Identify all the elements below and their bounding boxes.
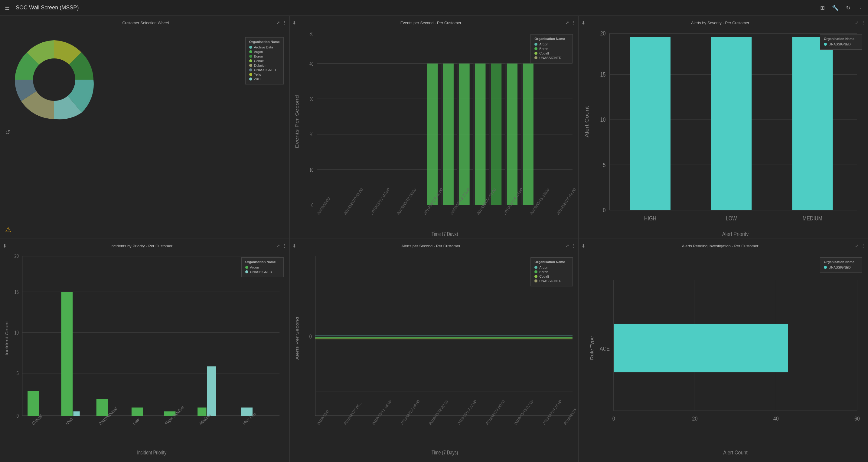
svg-rect-75 — [73, 411, 80, 416]
customer-wheel-legend-title: Organisation Name — [249, 40, 280, 44]
more-pending-icon[interactable]: ⋮ — [861, 243, 865, 248]
events-chart-area: 0 10 20 30 40 50 Events Per Second — [292, 28, 576, 236]
incidents-bar-chart: 0 5 10 15 20 Incident Count — [3, 251, 287, 459]
events-per-second-panel: ⬇ Events per Second - Per Customer ⤢ ⋮ 0… — [289, 16, 579, 239]
app-title: SOC Wall Screen (MSSP) — [16, 4, 820, 11]
more-icon[interactable]: ⋮ — [858, 4, 863, 11]
svg-text:2019/05/11 07:00: 2019/05/11 07:00 — [370, 186, 390, 216]
svg-rect-80 — [207, 366, 216, 416]
refresh-left-icon[interactable]: ↺ — [5, 129, 10, 136]
alerts-pending-panel: ⬇ Alerts Pending Investigation - Per Cus… — [579, 239, 868, 462]
alerts-per-second-legend: Organisation Name Argon Boron Cobalt UNA… — [530, 257, 573, 286]
incidents-legend: Organisation Name Argon UNASSIGNED — [241, 257, 284, 277]
more-incidents-icon[interactable]: ⋮ — [282, 243, 287, 248]
events-header: ⬇ Events per Second - Per Customer ⤢ ⋮ — [292, 19, 576, 27]
svg-text:5: 5 — [603, 162, 606, 168]
svg-rect-16 — [427, 64, 438, 205]
alerts-pending-chart-area: 0 20 40 60 Rule Type ACE Alert Count Org… — [581, 251, 865, 459]
incidents-title: Incidents by Priority - Per Customer — [7, 244, 276, 248]
severity-legend-title: Organisation Name — [824, 37, 858, 40]
wrench-icon[interactable]: 🔧 — [832, 4, 839, 11]
svg-text:10: 10 — [14, 330, 19, 336]
svg-text:LOW: LOW — [726, 215, 737, 222]
legend-dubnium: Dubnium — [249, 64, 280, 67]
events-legend: Organisation Name Argon Boron Cobalt UNA… — [530, 34, 573, 63]
legend-dot — [534, 275, 537, 278]
donut-svg — [3, 28, 105, 131]
alerts-legend-title: Organisation Name — [534, 260, 569, 264]
more-events-icon[interactable]: ⋮ — [571, 20, 576, 25]
svg-text:Time (7 Days): Time (7 Days) — [431, 230, 458, 236]
expand-events-icon[interactable]: ⤢ — [565, 20, 569, 25]
svg-rect-18 — [443, 64, 453, 205]
topbar: ☰ SOC Wall Screen (MSSP) ⊞ 🔧 ↻ ⋮ — [0, 0, 868, 16]
alerts-pending-title: Alerts Pending Investigation - Per Custo… — [585, 244, 855, 248]
alerts-legend-argon: Argon — [534, 265, 569, 269]
svg-text:40: 40 — [309, 61, 313, 67]
grid-icon[interactable]: ⊞ — [820, 4, 825, 11]
menu-icon[interactable]: ☰ — [5, 4, 10, 11]
severity-legend: Organisation Name UNASSIGNED — [820, 34, 862, 50]
svg-text:Alerts Per Second: Alerts Per Second — [295, 317, 299, 360]
svg-rect-19 — [457, 64, 459, 205]
svg-rect-53 — [630, 37, 671, 210]
events-legend-unassigned: UNASSIGNED — [534, 56, 569, 60]
svg-rect-24 — [491, 64, 501, 205]
more-alerts-icon[interactable]: ⋮ — [571, 243, 576, 248]
incidents-priority-panel: ⬇ Incidents by Priority - Per Customer ⤢… — [0, 239, 289, 462]
legend-zulu: Zulu — [249, 77, 280, 81]
svg-text:High: High — [65, 416, 73, 426]
expand-pending-icon[interactable]: ⤢ — [855, 243, 859, 248]
refresh-icon[interactable]: ↻ — [846, 4, 850, 11]
svg-text:2019/05/12 09:00: 2019/05/12 09:00 — [400, 399, 420, 426]
warning-icon: ⚠ — [5, 226, 11, 234]
down-arrow-incidents[interactable]: ⬇ — [3, 243, 7, 249]
svg-text:Alert Count: Alert Count — [723, 449, 748, 456]
svg-rect-55 — [793, 37, 833, 210]
svg-text:2019/05/11 18:00: 2019/05/11 18:00 — [372, 399, 392, 426]
legend-dot — [245, 270, 248, 273]
down-arrow-events[interactable]: ⬇ — [292, 20, 296, 26]
legend-dot-cobalt — [249, 59, 252, 62]
incidents-legend-unassigned: UNASSIGNED — [245, 270, 280, 274]
svg-rect-26 — [507, 64, 518, 205]
events-legend-title: Organisation Name — [534, 37, 569, 40]
incidents-legend-title: Organisation Name — [245, 260, 280, 264]
more-severity-icon[interactable]: ⋮ — [861, 20, 865, 25]
legend-dot — [245, 266, 248, 269]
svg-point-1 — [33, 58, 75, 101]
expand-incidents-icon[interactable]: ⤢ — [276, 243, 280, 248]
alerts-pending-bar-chart: 0 20 40 60 Rule Type ACE Alert Count — [581, 251, 865, 459]
expand-icon[interactable]: ⤢ — [276, 20, 280, 25]
expand-severity-icon[interactable]: ⤢ — [855, 20, 859, 25]
severity-chart-area: 0 5 10 15 20 Alert Count HIGH LOW MED — [581, 28, 865, 236]
svg-text:40: 40 — [773, 415, 779, 422]
svg-rect-73 — [28, 391, 39, 416]
pending-legend: Organisation Name UNASSIGNED — [820, 257, 862, 273]
svg-text:HIGH: HIGH — [644, 215, 656, 222]
more-icon[interactable]: ⋮ — [282, 20, 287, 25]
down-arrow-alerts[interactable]: ⬇ — [292, 243, 296, 249]
legend-dot-dubnium — [249, 64, 252, 67]
svg-text:2019/05/16 04:00: 2019/05/16 04:00 — [556, 186, 576, 216]
svg-text:2019/05/15 15:00: 2019/05/15 15:00 — [542, 399, 562, 426]
svg-text:ACE: ACE — [600, 345, 610, 352]
svg-text:0: 0 — [311, 203, 314, 208]
alerts-legend-boron: Boron — [534, 270, 569, 274]
alerts-severity-title: Alerts by Severity - Per Customer — [585, 21, 855, 25]
events-title: Events per Second - Per Customer — [296, 21, 566, 25]
svg-rect-17 — [441, 64, 443, 205]
alerts-per-second-title: Alerts per Second - Per Customer — [296, 244, 566, 248]
legend-dot — [534, 270, 537, 273]
expand-alerts-icon[interactable]: ⤢ — [565, 243, 569, 248]
svg-text:Incident Priority: Incident Priority — [137, 449, 166, 456]
svg-text:0: 0 — [603, 206, 606, 213]
svg-text:Alert Count: Alert Count — [584, 106, 590, 138]
svg-text:15: 15 — [14, 289, 19, 295]
alerts-severity-panel: ⬇ Alerts by Severity - Per Customer ⤢ ⋮ … — [579, 16, 868, 239]
svg-text:Incident Count: Incident Count — [4, 321, 9, 355]
svg-text:60: 60 — [855, 415, 860, 422]
down-arrow-pending[interactable]: ⬇ — [581, 243, 585, 249]
down-arrow-severity[interactable]: ⬇ — [581, 20, 585, 26]
svg-text:2019/05/15 02:00: 2019/05/15 02:00 — [514, 399, 533, 426]
